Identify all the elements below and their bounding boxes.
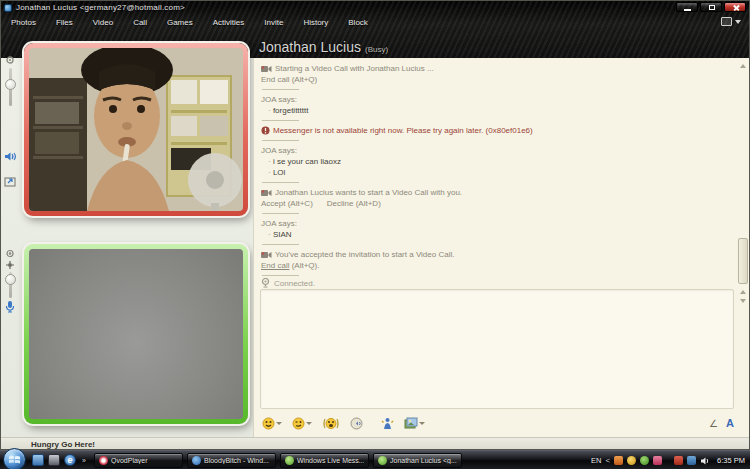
- mic-slider[interactable]: [9, 272, 12, 298]
- minimize-button[interactable]: [676, 2, 698, 12]
- menu-video[interactable]: Video: [83, 15, 123, 30]
- self-video-frame[interactable]: [24, 244, 248, 424]
- messenger-icon: [4, 4, 12, 12]
- volume-icon[interactable]: [700, 456, 710, 466]
- emoticon-picker-button[interactable]: [260, 416, 284, 431]
- message-input[interactable]: [260, 289, 734, 409]
- message-system-video: You've accepted the invitation to start …: [261, 249, 721, 276]
- chat-scrollbar[interactable]: [738, 62, 749, 307]
- task-buttons: QvodPlayer BloodyBitch - Wind... Windows…: [94, 453, 462, 468]
- internet-explorer-icon: [192, 456, 201, 465]
- end-call-action[interactable]: End call (Alt+Q): [261, 74, 721, 85]
- remote-video-feed: [29, 48, 243, 211]
- animated-emoticon-icon: [322, 417, 340, 430]
- message-user: JOA says: i se your can liaoxz LOl: [261, 145, 721, 183]
- divider: [262, 275, 299, 276]
- clock[interactable]: 6:35 PM: [717, 456, 745, 465]
- tray-chevron[interactable]: <: [605, 456, 610, 465]
- quick-launch: e »: [32, 454, 85, 466]
- chevron-down-icon: [276, 422, 282, 425]
- messenger-tray-icon[interactable]: [640, 456, 649, 465]
- speaker-icon[interactable]: [3, 150, 17, 162]
- decline-action[interactable]: Decline (Alt+D): [327, 199, 381, 208]
- message-system-video: Jonathan Lucius wants to start a Video C…: [261, 187, 721, 214]
- status-strip: Hungry Go Here!: [1, 437, 749, 450]
- volume-slider-knob[interactable]: [5, 79, 16, 90]
- voice-clip-button[interactable]: [348, 416, 365, 431]
- divider: [262, 89, 299, 90]
- microphone-icon[interactable]: [3, 300, 17, 312]
- menu-history[interactable]: History: [293, 15, 338, 30]
- message-text: SIAN: [261, 229, 721, 240]
- internet-explorer-icon[interactable]: e: [64, 454, 76, 466]
- message-user: JOA says: forgetitttttt: [261, 94, 721, 121]
- chevron-down-icon: [306, 422, 312, 425]
- menu-files[interactable]: Files: [46, 15, 83, 30]
- display-options-button[interactable]: [721, 17, 741, 26]
- message-user: JOA says: SIAN: [261, 218, 721, 245]
- taskbar-button-conversation[interactable]: Jonathan Lucius <g...: [373, 453, 462, 468]
- display-icon: [721, 17, 732, 26]
- status-message: Hungry Go Here!: [31, 440, 95, 449]
- switch-windows-icon[interactable]: [48, 454, 60, 466]
- message-text: You've accepted the invitation to start …: [275, 249, 454, 260]
- handwriting-icon[interactable]: ∠: [709, 418, 718, 429]
- quick-launch-overflow[interactable]: »: [82, 457, 85, 464]
- mic-slider-knob[interactable]: [5, 274, 16, 285]
- taskbar-button-qvodplayer[interactable]: QvodPlayer: [94, 453, 183, 468]
- tray-app-gold-icon[interactable]: [627, 456, 636, 465]
- remote-video-frame[interactable]: [24, 43, 248, 216]
- language-indicator[interactable]: EN: [591, 456, 601, 465]
- maximize-button[interactable]: [700, 2, 722, 12]
- scroll-up-icon[interactable]: [740, 290, 746, 294]
- close-button[interactable]: [724, 2, 746, 12]
- video-call-icon: [261, 189, 272, 197]
- volume-slider[interactable]: [9, 68, 12, 106]
- message-text: i se your can liaoxz: [261, 156, 721, 167]
- divider: [262, 213, 299, 214]
- message-system-video: Starting a Video Call with Jonathan Luci…: [261, 63, 721, 90]
- camera-settings-icon[interactable]: [3, 259, 17, 271]
- accept-action[interactable]: Accept (Alt+C): [261, 199, 313, 208]
- menu-block[interactable]: Block: [338, 15, 378, 30]
- qvodplayer-icon: [99, 456, 108, 465]
- scroll-up-icon[interactable]: [740, 64, 746, 68]
- popout-icon[interactable]: [3, 175, 17, 187]
- title-bar[interactable]: Jonathan Lucius <germany27@hotmail.com>: [1, 1, 749, 14]
- divider: [262, 120, 299, 121]
- video-call-icon: [261, 65, 272, 73]
- menu-invite[interactable]: Invite: [254, 15, 293, 30]
- video-options-icon[interactable]: [3, 54, 17, 66]
- menu-call[interactable]: Call: [123, 15, 157, 30]
- nudge-button[interactable]: [379, 416, 396, 431]
- tray-app-pink-icon[interactable]: [653, 456, 662, 465]
- background-icon: [404, 417, 418, 430]
- tray-app-red-icon[interactable]: [674, 456, 683, 465]
- background-picker-button[interactable]: [402, 416, 427, 431]
- self-video-feed: [29, 249, 243, 419]
- show-desktop-icon[interactable]: [32, 454, 44, 466]
- message-text: Starting a Video Call with Jonathan Luci…: [275, 63, 434, 74]
- end-call-link[interactable]: End call: [261, 261, 289, 270]
- message-text: forgetitttttt: [261, 105, 721, 116]
- text-mode-icon[interactable]: A: [726, 417, 734, 429]
- menu-games[interactable]: Games: [157, 15, 203, 30]
- message-author: JOA says:: [261, 145, 721, 156]
- taskbar: e » QvodPlayer BloodyBitch - Wind... Win…: [0, 450, 750, 469]
- windows-flag-icon: [8, 453, 21, 466]
- scroll-down-icon[interactable]: [740, 299, 746, 303]
- scrollbar-thumb[interactable]: [738, 238, 748, 284]
- menu-activities[interactable]: Activities: [203, 15, 255, 30]
- security-shield-icon[interactable]: [614, 456, 623, 465]
- chat-history: Starting a Video Call with Jonathan Luci…: [261, 63, 721, 280]
- warning-icon: [261, 126, 270, 135]
- taskbar-button-browser[interactable]: BloodyBitch - Wind...: [187, 453, 276, 468]
- taskbar-button-messenger[interactable]: Windows Live Mess...: [280, 453, 369, 468]
- menu-photos[interactable]: Photos: [1, 15, 46, 30]
- menu-bar: Photos Files Video Call Games Activities…: [1, 14, 749, 31]
- wink-picker-button[interactable]: [290, 416, 314, 431]
- network-icon[interactable]: [687, 456, 696, 465]
- animated-emoticon-button[interactable]: [320, 416, 342, 431]
- voice-clip-icon: [350, 417, 363, 430]
- start-button[interactable]: [3, 448, 26, 469]
